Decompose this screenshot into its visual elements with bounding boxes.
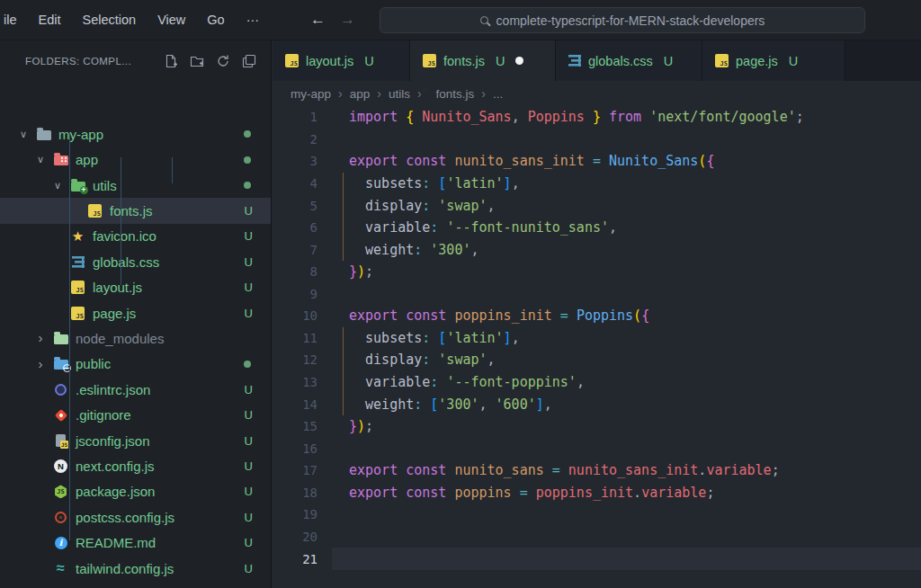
code-line-text: export const poppins = poppins_init.vari…: [349, 485, 714, 501]
tree-item-package-json[interactable]: JSpackage.jsonU: [0, 479, 271, 504]
code-line-15[interactable]: 15});: [273, 415, 921, 438]
tab-label: fonts.js: [443, 54, 485, 68]
code-line-17[interactable]: 17export const nunito_sans = nunito_sans…: [273, 459, 921, 482]
tree-item-fonts-js[interactable]: JSfonts.jsU: [0, 198, 271, 223]
explorer-actions: [164, 54, 256, 68]
code-line-13[interactable]: 13 variable: '--font-poppins',: [273, 371, 921, 394]
code-line-6[interactable]: 6 variable: '--font-nunito_sans',: [273, 217, 921, 239]
breadcrumb-item-[interactable]: ...: [493, 87, 503, 101]
back-arrow-icon[interactable]: ←: [310, 11, 326, 29]
breadcrumb-item-my-app[interactable]: my-app: [291, 87, 331, 101]
mini-js-badge: JS: [60, 441, 68, 449]
code-line-10[interactable]: 10export const poppins_init = Poppins({: [273, 305, 921, 327]
command-center-search[interactable]: complete-typescript-for-MERN-stack-devel…: [380, 7, 865, 33]
menu-go[interactable]: Go: [196, 13, 235, 27]
search-text: complete-typescript-for-MERN-stack-devel…: [496, 13, 765, 28]
tab-label: layout.js: [306, 54, 353, 68]
tree-item-readme-md[interactable]: iREADME.mdU: [0, 530, 271, 556]
js-letters: JS: [720, 60, 728, 67]
breadcrumb-item-fonts-js[interactable]: fonts.js: [436, 87, 475, 101]
chevron-down-icon[interactable]: ∨: [16, 129, 31, 140]
tree-item-label: .eslintrc.json: [76, 382, 150, 397]
tab-label: page.js: [736, 54, 778, 68]
new-folder-icon[interactable]: [190, 54, 204, 68]
code-line-text: export const poppins_init = Poppins({: [349, 307, 649, 324]
breadcrumb-item-utils[interactable]: utils: [389, 87, 410, 101]
tab-git-badge: U: [789, 54, 798, 68]
menu-selection[interactable]: Selection: [72, 13, 148, 27]
unsaved-dot-icon[interactable]: [515, 57, 523, 65]
tree-item-label: package.json: [76, 484, 155, 499]
line-number: 9: [273, 287, 317, 301]
code-line-8[interactable]: 8});: [273, 261, 921, 283]
menu-edit[interactable]: Edit: [28, 13, 72, 27]
forward-arrow-icon[interactable]: →: [340, 11, 355, 29]
collapse-folders-icon[interactable]: [242, 54, 256, 68]
tree-item-postcss-config-js[interactable]: postcss.config.jsU: [0, 504, 271, 530]
code-editor[interactable]: 1import { Nunito_Sans, Poppins } from 'n…: [273, 106, 921, 588]
code-line-1[interactable]: 1import { Nunito_Sans, Poppins } from 'n…: [273, 106, 921, 129]
code-line-19[interactable]: 19: [273, 503, 921, 526]
line-number: 2: [273, 132, 317, 147]
new-file-icon[interactable]: [164, 54, 178, 68]
tree-item-label: my-app: [58, 127, 103, 142]
tree-item-next-config-js[interactable]: Nnext.config.jsU: [0, 453, 271, 478]
favicon-star-icon: ★: [72, 230, 84, 243]
tree-icon-slot: ★: [70, 229, 85, 244]
code-line-11[interactable]: 11 subsets: ['latin'],: [273, 327, 921, 350]
tree-indent-guide: [69, 132, 70, 540]
code-line-20[interactable]: 20: [273, 526, 921, 548]
code-line-4[interactable]: 4 subsets: ['latin'],: [273, 173, 921, 195]
folder-app-icon: [54, 156, 68, 165]
menu-ile[interactable]: ile: [0, 13, 28, 27]
code-line-21[interactable]: 21: [273, 548, 921, 570]
tree-item-tailwind-config-js[interactable]: ≈tailwind.config.jsU: [0, 556, 271, 581]
line-number: 1: [273, 110, 317, 124]
menu-view[interactable]: View: [147, 13, 196, 27]
tree-item-public[interactable]: ›public: [0, 352, 271, 377]
breadcrumb-item-app[interactable]: app: [350, 87, 371, 101]
code-line-2[interactable]: 2: [273, 129, 921, 151]
tab-globals-css[interactable]: globals.cssU: [556, 40, 702, 81]
code-line-5[interactable]: 5 display: 'swap',: [273, 194, 921, 217]
chevron-down-icon[interactable]: ∨: [50, 180, 65, 192]
tree-item-utils[interactable]: ∨+utils: [0, 173, 271, 198]
code-line-9[interactable]: 9: [273, 283, 921, 306]
tree-item-favicon-ico[interactable]: ★favicon.icoU: [0, 224, 271, 249]
line-number: 7: [273, 243, 317, 257]
tab-page-js[interactable]: JSpage.jsU: [702, 40, 845, 81]
tree-icon-slot: JS: [53, 433, 68, 448]
tree-item-readme-md[interactable]: iREADME.md: [0, 581, 271, 588]
tree-item-node-modules[interactable]: ›node_modules: [0, 325, 271, 351]
javascript-icon: JS: [715, 54, 729, 67]
css-icon: [72, 256, 85, 268]
tree-item-eslintrc-json[interactable]: .eslintrc.jsonU: [0, 377, 271, 402]
tree-item-label: layout.js: [93, 280, 142, 295]
tree-item-layout-js[interactable]: JSlayout.jsU: [0, 274, 271, 299]
code-line-16[interactable]: 16: [273, 437, 921, 459]
chevron-right-icon[interactable]: ›: [33, 358, 48, 370]
tree-item-jsconfig-json[interactable]: JSjsconfig.jsonU: [0, 428, 271, 453]
chevron-down-icon[interactable]: ∨: [33, 154, 48, 165]
tab-layout-js[interactable]: JSlayout.jsU: [273, 40, 410, 81]
code-line-14[interactable]: 14 weight: ['300', '600'],: [273, 393, 921, 415]
code-line-7[interactable]: 7 weight: '300',: [273, 238, 921, 261]
tree-item-app[interactable]: ∨app: [0, 147, 271, 172]
js-letters: JS: [428, 60, 435, 67]
tree-item-label: next.config.js: [76, 459, 155, 474]
refresh-icon[interactable]: [216, 54, 230, 68]
code-line-3[interactable]: 3export const nunito_sans_init = Nunito_…: [273, 150, 921, 173]
tab-git-badge: U: [364, 54, 373, 68]
tab-fonts-js[interactable]: JSfonts.jsU: [410, 40, 556, 81]
tailwind-icon: ≈: [57, 563, 65, 574]
tree-indent-guide: [121, 157, 121, 285]
chevron-right-icon[interactable]: ›: [33, 332, 48, 344]
tree-item-globals-css[interactable]: globals.cssU: [0, 249, 271, 274]
menu-[interactable]: ···: [236, 13, 271, 27]
tree-item-my-app[interactable]: ∨my-app: [0, 121, 271, 147]
line-number: 12: [273, 352, 317, 367]
tree-item-page-js[interactable]: JSpage.jsU: [0, 300, 271, 325]
code-line-12[interactable]: 12 display: 'swap',: [273, 349, 921, 371]
tree-item-gitignore[interactable]: .gitignoreU: [0, 402, 271, 427]
code-line-18[interactable]: 18export const poppins = poppins_init.va…: [273, 482, 921, 504]
